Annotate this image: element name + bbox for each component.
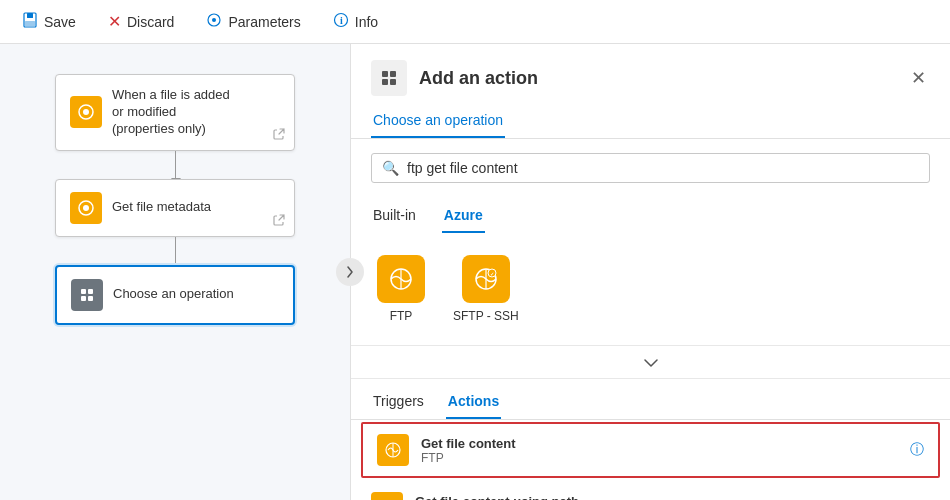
step-metadata-text: Get file metadata [112, 199, 211, 216]
service-ftp-label: FTP [390, 309, 413, 323]
parameters-button[interactable]: Parameters [200, 8, 306, 36]
action-tabs: Triggers Actions [351, 379, 950, 420]
toolbar: Save ✕ Discard Parameters i Info [0, 0, 950, 44]
expand-row [351, 345, 950, 379]
action-sub-1: FTP [421, 451, 910, 465]
triggers-tab[interactable]: Triggers [371, 389, 426, 419]
svg-rect-15 [382, 71, 388, 77]
step-choose-text: Choose an operation [113, 286, 234, 303]
step-choose[interactable]: Choose an operation [55, 265, 295, 325]
collapse-panel-button[interactable] [336, 258, 364, 286]
action-get-file-content-path[interactable]: Get file content using path FTP ⓘ [351, 480, 950, 500]
svg-rect-17 [382, 79, 388, 85]
svg-rect-12 [88, 289, 93, 294]
search-input[interactable] [407, 160, 919, 176]
main-area: When a file is addedor modified(properti… [0, 44, 950, 500]
discard-label: Discard [127, 14, 174, 30]
step-metadata[interactable]: Get file metadata [55, 179, 295, 237]
svg-rect-13 [81, 296, 86, 301]
service-sftp[interactable]: ✓ SFTP - SSH [447, 249, 525, 329]
info-icon: i [333, 12, 349, 32]
discard-icon: ✕ [108, 12, 121, 31]
tab-built-in[interactable]: Built-in [371, 201, 418, 233]
step-trigger-link-icon [272, 127, 286, 144]
actions-tab[interactable]: Actions [446, 389, 501, 419]
expand-button[interactable] [624, 350, 678, 374]
parameters-label: Parameters [228, 14, 300, 30]
svg-rect-16 [390, 71, 396, 77]
panel-title-row: Add an action [371, 60, 538, 96]
svg-rect-11 [81, 289, 86, 294]
close-panel-button[interactable]: ✕ [907, 65, 930, 91]
info-label: Info [355, 14, 378, 30]
service-ftp-icon [377, 255, 425, 303]
service-sftp-label: SFTP - SSH [453, 309, 519, 323]
svg-point-4 [212, 18, 216, 22]
svg-point-8 [83, 109, 89, 115]
action-get-file-content-icon [377, 434, 409, 466]
svg-rect-14 [88, 296, 93, 301]
panel-tabs: Choose an operation [351, 96, 950, 139]
svg-rect-18 [390, 79, 396, 85]
panel-title: Add an action [419, 68, 538, 89]
add-action-panel: Add an action ✕ Choose an operation 🔍 Bu… [350, 44, 950, 500]
action-get-file-content[interactable]: Get file content FTP ⓘ [361, 422, 940, 478]
service-ftp[interactable]: FTP [371, 249, 431, 329]
svg-text:✓: ✓ [489, 271, 493, 277]
step-trigger-text: When a file is addedor modified(properti… [112, 87, 230, 138]
parameters-icon [206, 12, 222, 32]
action-get-file-content-path-text: Get file content using path FTP [415, 494, 916, 501]
step-trigger-icon [70, 96, 102, 128]
step-trigger[interactable]: When a file is addedor modified(properti… [55, 74, 295, 151]
tab-azure[interactable]: Azure [442, 201, 485, 233]
svg-rect-2 [25, 21, 35, 26]
panel-wrapper: Add an action ✕ Choose an operation 🔍 Bu… [350, 44, 950, 500]
save-icon [22, 12, 38, 32]
step-choose-icon [71, 279, 103, 311]
action-name-1: Get file content [421, 436, 910, 451]
search-box: 🔍 [371, 153, 930, 183]
type-tabs: Built-in Azure [351, 197, 950, 233]
action-get-file-content-text: Get file content FTP [421, 436, 910, 465]
discard-button[interactable]: ✕ Discard [102, 8, 180, 35]
save-button[interactable]: Save [16, 8, 82, 36]
save-label: Save [44, 14, 76, 30]
svg-text:i: i [340, 15, 343, 26]
arrow-1 [175, 151, 176, 179]
action-info-icon-1[interactable]: ⓘ [910, 441, 924, 459]
panel-header: Add an action ✕ [351, 44, 950, 96]
panel-header-icon [371, 60, 407, 96]
services-row: FTP ✓ SFTP - SSH [351, 233, 950, 345]
svg-rect-1 [27, 13, 33, 18]
choose-operation-tab[interactable]: Choose an operation [371, 106, 505, 138]
action-name-2: Get file content using path [415, 494, 916, 501]
action-get-file-content-path-icon [371, 492, 403, 500]
search-area: 🔍 [351, 139, 950, 197]
svg-point-10 [83, 205, 89, 211]
service-sftp-icon: ✓ [462, 255, 510, 303]
arrow-2 [175, 237, 176, 265]
search-icon: 🔍 [382, 160, 399, 176]
step-metadata-link-icon [272, 213, 286, 230]
actions-list: Get file content FTP ⓘ [351, 420, 950, 500]
info-button[interactable]: i Info [327, 8, 384, 36]
step-metadata-icon [70, 192, 102, 224]
workflow-canvas: When a file is addedor modified(properti… [0, 44, 350, 500]
